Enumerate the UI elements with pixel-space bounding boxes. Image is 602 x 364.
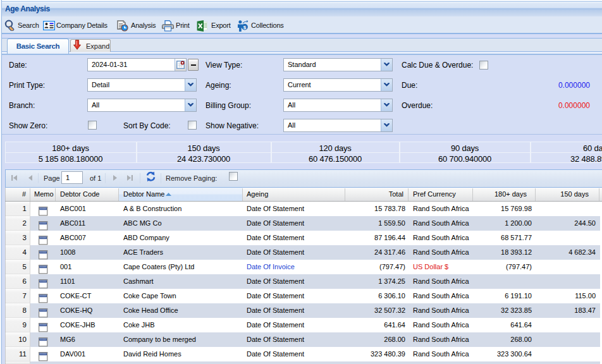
svg-text:$: $ [243, 25, 247, 30]
